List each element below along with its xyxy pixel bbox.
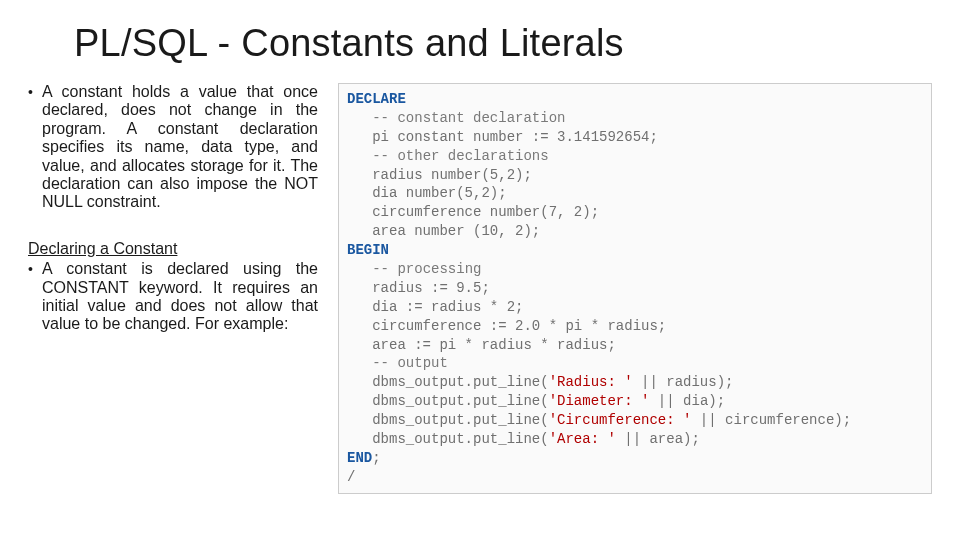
bullet-dot: •: [28, 260, 42, 334]
out-4s: 'Area: ': [549, 431, 616, 447]
out-1a: dbms_output.put_line(: [347, 374, 549, 390]
slash: /: [347, 469, 355, 485]
line-radius: radius number(5,2);: [347, 167, 532, 183]
bullet-1: • A constant holds a value that once dec…: [28, 83, 318, 212]
out-2b: || dia);: [649, 393, 725, 409]
out-3b: || circumference);: [691, 412, 851, 428]
bullet-dot: •: [28, 83, 42, 212]
kw-begin: BEGIN: [347, 242, 389, 258]
line-pi: pi constant number := 3.141592654;: [347, 129, 658, 145]
subheading: Declaring a Constant: [28, 240, 318, 258]
stmt-radius: radius := 9.5;: [347, 280, 490, 296]
text-column: • A constant holds a value that once dec…: [28, 83, 318, 362]
code-block: DECLARE -- constant declaration pi const…: [338, 83, 932, 494]
end-semi: ;: [372, 450, 380, 466]
comment-2: -- other declarations: [372, 148, 548, 164]
slide-title: PL/SQL - Constants and Literals: [74, 22, 932, 65]
line-circ: circumference number(7, 2);: [347, 204, 599, 220]
bullet-2: • A constant is declared using the CONST…: [28, 260, 318, 334]
comment-1: -- constant declaration: [372, 110, 565, 126]
line-area: area number (10, 2);: [347, 223, 540, 239]
out-1s: 'Radius: ': [549, 374, 633, 390]
out-4a: dbms_output.put_line(: [347, 431, 549, 447]
stmt-dia: dia := radius * 2;: [347, 299, 523, 315]
out-2a: dbms_output.put_line(: [347, 393, 549, 409]
stmt-area: area := pi * radius * radius;: [347, 337, 616, 353]
kw-declare: DECLARE: [347, 91, 406, 107]
kw-end: END: [347, 450, 372, 466]
stmt-circ: circumference := 2.0 * pi * radius;: [347, 318, 666, 334]
comment-3: -- processing: [372, 261, 481, 277]
out-3s: 'Circumference: ': [549, 412, 692, 428]
bullet-text-2: A constant is declared using the CONSTAN…: [42, 260, 318, 334]
out-1b: || radius);: [633, 374, 734, 390]
out-4b: || area);: [616, 431, 700, 447]
line-dia: dia number(5,2);: [347, 185, 507, 201]
comment-4: -- output: [372, 355, 448, 371]
out-2s: 'Diameter: ': [549, 393, 650, 409]
bullet-text-1: A constant holds a value that once decla…: [42, 83, 318, 212]
out-3a: dbms_output.put_line(: [347, 412, 549, 428]
